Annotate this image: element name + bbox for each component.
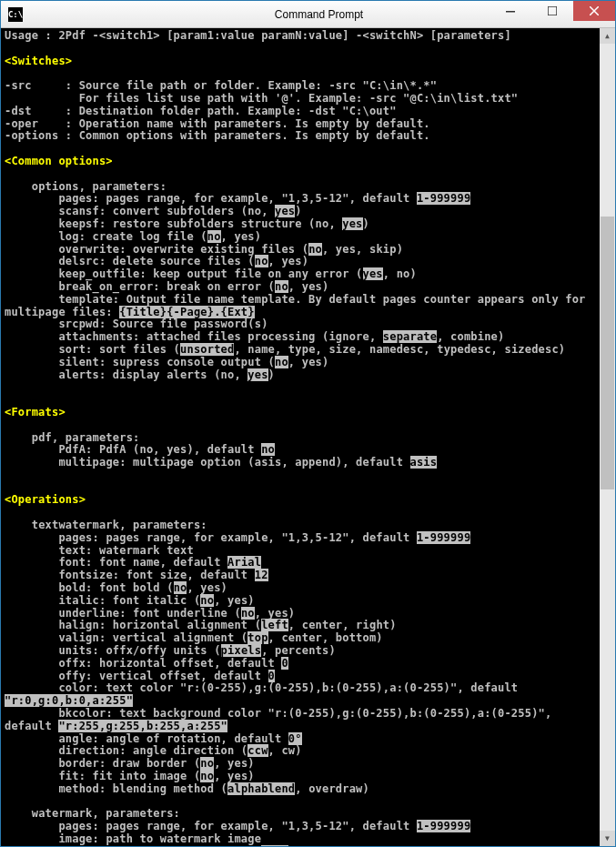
wm-halign-def: left	[261, 845, 288, 846]
twm-valign: valign: vertical alignment (	[5, 631, 247, 644]
opt-overwrite: overwrite: overwrite existing files (	[5, 243, 308, 256]
twm-valign-def: top	[247, 631, 268, 644]
twm-bkcolor-def: "r:255,g:255,b:255,a:255"	[58, 720, 227, 732]
twm-font: font: font name, default	[5, 556, 227, 569]
switch-options: -options : Common options with parameter…	[5, 129, 430, 142]
twm-color-def: "r:0,g:0,b:0,a:255"	[5, 694, 133, 707]
maximize-icon	[548, 6, 557, 15]
switch-src2: For files list use path with '@'. Exampl…	[5, 92, 518, 105]
switch-oper: -oper : Operation name with parameters. …	[5, 117, 430, 130]
minimize-button[interactable]	[490, 1, 531, 21]
twm-fit-def: no	[200, 770, 214, 782]
twm-direction-def: ccw	[247, 744, 268, 757]
maximize-button[interactable]	[531, 1, 573, 21]
fmt-multipage: multipage: multipage option (asis, appen…	[5, 456, 410, 469]
twm-halign-def: left	[261, 619, 288, 631]
twm-text: text: watermark text	[5, 544, 194, 557]
twm-offx-def: 0	[281, 657, 288, 670]
console-output: Usage : 2Pdf -<switch1> [param1:value pa…	[1, 28, 600, 846]
twm-angle: angle: angle of rotation, default	[5, 732, 288, 745]
opt-sort: sort: sort files (	[5, 343, 180, 356]
wm-pages: pages: pages range, for example, "1,3,5-…	[5, 820, 417, 832]
opt-scansf: scansf: convert subfolders (no,	[5, 205, 275, 217]
window-controls	[490, 1, 615, 21]
opt-silent: silent: supress console output (	[5, 356, 275, 368]
opt-template-def: {Title}{-Page}.{Ext}	[119, 306, 255, 318]
twm-border-def: no	[200, 757, 214, 770]
opt-scansf-def: yes	[275, 205, 295, 217]
switch-src1: -src : Source file path or folder. Examp…	[5, 79, 437, 92]
wm-halign: halign: horizontal alignment (	[5, 845, 261, 846]
operations-header: <Operations>	[5, 493, 86, 506]
opt-keepoutfile-def: yes	[363, 267, 383, 280]
opt-overwrite-def: no	[308, 243, 322, 256]
twm-units: units: offx/offy units (	[5, 644, 221, 657]
opt-keepoutfile: keep_outfile: keep output file on any er…	[5, 267, 363, 280]
scroll-down-button[interactable]: ▼	[600, 831, 615, 846]
formats-header: <Formats>	[5, 406, 66, 418]
opt-pages: pages: pages range, for example, "1,3,5-…	[5, 192, 417, 205]
vertical-scrollbar[interactable]: ▲ ▼	[600, 28, 615, 846]
options-header: options, parameters:	[5, 180, 167, 193]
opt-attachments-def: separate	[383, 330, 437, 343]
console-area: Usage : 2Pdf -<switch1> [param1:value pa…	[1, 28, 615, 846]
scrollbar-thumb[interactable]	[601, 217, 614, 489]
wm-image: image: path to watermark image	[5, 832, 261, 845]
watermark-header: watermark, parameters:	[5, 807, 180, 820]
textwatermark-header: textwatermark, parameters:	[5, 519, 207, 531]
titlebar[interactable]: C:\ Command Prompt	[1, 1, 615, 28]
twm-angle-def: 0°	[288, 732, 302, 745]
opt-sort-def: unsorted	[180, 343, 234, 356]
opt-log: log: create log file (	[5, 230, 207, 243]
scrollbar-track[interactable]	[600, 44, 615, 831]
opt-log-def: no	[207, 230, 221, 243]
fmt-pdfa: PdfA: PdfA (no, yes), default	[5, 443, 261, 456]
twm-fit: fit: fit into image (	[5, 770, 200, 782]
opt-boe-def: no	[275, 280, 288, 293]
twm-font-def: Arial	[227, 556, 261, 569]
close-icon	[590, 6, 599, 15]
twm-pages: pages: pages range, for example, "1,3,5-…	[5, 531, 417, 544]
twm-color: color: text color "r:(0-255),g:(0-255),b…	[5, 681, 525, 694]
fmt-multipage-def: asis	[410, 456, 438, 469]
twm-italic: italic: font italic (	[5, 594, 200, 607]
opt-delsrc: delsrc: delete source files (	[5, 255, 255, 267]
twm-fontsize: fontsize: font size, default	[5, 569, 255, 581]
twm-fontsize-def: 12	[255, 569, 268, 581]
opt-silent-def: no	[275, 356, 288, 368]
opt-keepsf-def: yes	[342, 217, 362, 230]
svg-rect-1	[548, 6, 557, 15]
twm-italic-def: no	[200, 594, 214, 607]
scroll-up-button[interactable]: ▲	[600, 28, 615, 44]
twm-underline: underline: font underline (	[5, 607, 241, 620]
usage-line: Usage : 2Pdf -<switch1> [param1:value pa…	[5, 29, 511, 42]
switch-dst: -dst : Destination folder path. Example:…	[5, 105, 397, 117]
opt-keepsf: keepsf: restore subfolders structure (no…	[5, 217, 342, 230]
twm-bold: bold: font bold (	[5, 581, 174, 594]
twm-border: border: draw border (	[5, 757, 200, 770]
twm-offx: offx: horizontal offset, default	[5, 657, 281, 670]
opt-delsrc-def: no	[255, 255, 268, 267]
wm-pages-def: 1-999999	[417, 820, 470, 832]
twm-offy-def: 0	[268, 670, 275, 682]
opt-attachments: attachments: attached files processing (…	[5, 330, 383, 343]
opt-srcpwd: srcpwd: Source file password(s)	[5, 318, 268, 330]
opt-pages-def: 1-999999	[417, 192, 470, 205]
opt-break-on-error: break_on_error: break on error (	[5, 280, 275, 293]
twm-offy: offy: vertical offset, default	[5, 670, 268, 682]
command-prompt-window: C:\ Command Prompt Usage : 2Pdf -<switch…	[0, 0, 616, 847]
opt-alerts: alerts: display alerts (no,	[5, 368, 247, 381]
minimize-icon	[506, 6, 515, 15]
pdf-header: pdf, parameters:	[5, 431, 140, 444]
svg-rect-0	[506, 11, 515, 13]
opt-alerts-def: yes	[247, 368, 268, 381]
switches-header: <Switches>	[5, 55, 72, 67]
opt-template: template: Output file name template. By …	[5, 293, 592, 318]
common-options-header: <Common options>	[5, 155, 113, 167]
twm-method: method: blending method (	[5, 782, 227, 795]
close-button[interactable]	[573, 1, 615, 21]
twm-method-def: alphablend	[227, 782, 295, 795]
twm-halign: halign: horizontal alignment (	[5, 619, 261, 631]
fmt-pdfa-def: no	[261, 443, 275, 456]
twm-direction: direction: angle direction (	[5, 744, 247, 757]
